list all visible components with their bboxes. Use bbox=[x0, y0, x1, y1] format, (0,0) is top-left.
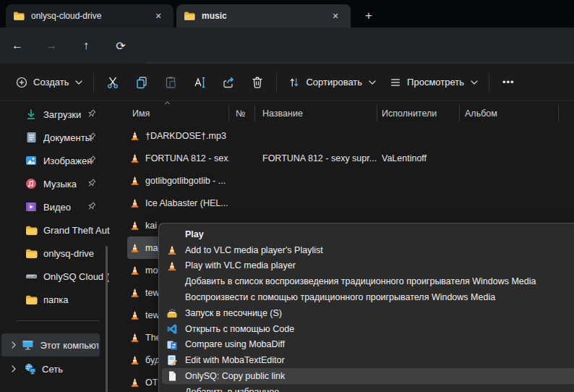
menu-item-label: Play with VLC media player bbox=[185, 260, 296, 270]
share-button[interactable] bbox=[214, 69, 243, 95]
menu-item-play[interactable]: Play bbox=[159, 226, 574, 242]
vlc-cone-icon bbox=[166, 260, 178, 272]
menu-item-run-in-sandbox[interactable]: Запуск в песочнице (S) bbox=[159, 305, 574, 321]
sort-button[interactable]: Сортировать bbox=[281, 69, 382, 95]
chevron-down-icon bbox=[75, 80, 82, 85]
pin-icon bbox=[86, 178, 97, 189]
vlc-file-icon bbox=[129, 153, 140, 164]
menu-item-label: Запуск в песочнице (S) bbox=[185, 308, 282, 318]
sidebar-item-downloads[interactable]: Загрузки bbox=[0, 103, 110, 126]
vlc-file-icon bbox=[129, 175, 140, 187]
column-header-album[interactable]: Альбом bbox=[460, 105, 559, 122]
menu-item-add-to-vlc-playlist[interactable]: Add to VLC media player's Playlist bbox=[159, 242, 574, 258]
context-menu: Play Add to VLC media player's Playlist … bbox=[158, 223, 574, 392]
menu-item-compare-mobadiff[interactable]: Compare using MobaDiff bbox=[159, 337, 574, 353]
sidebar-item-label: Видео bbox=[43, 202, 71, 213]
chevron-down-icon bbox=[471, 80, 478, 85]
sidebar-item-documents[interactable]: Документы bbox=[0, 126, 110, 149]
tab-music[interactable]: music ✕ bbox=[176, 4, 351, 27]
new-tab-button[interactable]: + bbox=[359, 7, 379, 25]
sidebar-item-label: Этот компьютер bbox=[40, 340, 98, 351]
tab-label: onlysq-cloud-drive bbox=[31, 11, 150, 21]
cut-icon bbox=[106, 75, 120, 90]
sidebar-item-grand-theft-aut[interactable]: Grand Theft Aut bbox=[0, 218, 110, 242]
forward-button[interactable]: → bbox=[40, 34, 63, 57]
video-icon bbox=[25, 200, 38, 213]
refresh-button[interactable]: ⟳ bbox=[109, 34, 132, 57]
up-button[interactable]: ↑ bbox=[74, 34, 98, 57]
copy-button[interactable] bbox=[127, 69, 156, 95]
folder-icon bbox=[25, 223, 38, 237]
sidebar-item-label: Загрузки bbox=[43, 109, 81, 120]
menu-item-label: Воспроизвести с помощью традиционного пр… bbox=[185, 292, 495, 302]
pin-icon bbox=[86, 108, 97, 119]
mobadiff-icon bbox=[166, 339, 178, 351]
rename-button[interactable] bbox=[185, 69, 214, 95]
menu-item-onlysq-copy-public-link[interactable]: OnlySQ: Copy public link bbox=[162, 368, 574, 384]
create-label: Создать bbox=[33, 77, 69, 88]
share-icon bbox=[221, 75, 236, 90]
vlc-cone-icon bbox=[166, 244, 178, 256]
back-button[interactable]: ← bbox=[6, 34, 29, 57]
create-button[interactable]: Создать bbox=[9, 69, 89, 95]
column-header-row: Имя № Название Исполнители Альбом bbox=[127, 105, 559, 122]
close-tab-icon[interactable]: ✕ bbox=[150, 8, 166, 24]
sidebar-item-pictures[interactable]: Изображения bbox=[0, 149, 110, 172]
sort-ascending-icon bbox=[164, 101, 171, 105]
menu-item-add-to-favorites[interactable]: Добавить в избранное bbox=[159, 384, 574, 392]
copy-icon bbox=[134, 75, 149, 90]
paste-button[interactable] bbox=[156, 69, 185, 95]
column-header-name[interactable]: Имя bbox=[127, 105, 229, 122]
menu-item-play-with-vlc[interactable]: Play with VLC media player bbox=[159, 258, 574, 274]
menu-item-edit-mobatexteditor[interactable]: Edit with MobaTextEditor bbox=[159, 352, 574, 368]
more-options-button[interactable]: ••• bbox=[494, 77, 523, 88]
toolbar-divider bbox=[489, 73, 489, 92]
sidebar: Загрузки Документы Изображения Музыка bbox=[0, 103, 110, 311]
sidebar-item-label: Документы bbox=[43, 132, 92, 143]
sidebar-item-label: Изображения bbox=[43, 155, 93, 166]
file-row[interactable]: †DARKDOSE†.mp3 bbox=[127, 124, 559, 147]
tab-onlysq-cloud-drive[interactable]: onlysq-cloud-drive ✕ bbox=[6, 4, 174, 27]
cut-button[interactable] bbox=[98, 69, 127, 95]
folder-icon bbox=[184, 11, 195, 21]
file-row[interactable]: FORTUNA 812 - sex... FORTUNA 812 - sexy … bbox=[127, 147, 559, 169]
sidebar-item-papka[interactable]: папка bbox=[0, 288, 110, 311]
sidebar-scrollbar[interactable] bbox=[106, 246, 108, 392]
menu-item-label: Добавить в список воспроизведения традиц… bbox=[185, 276, 536, 286]
sidebar-item-label: OnlySQ Cloud ( bbox=[43, 271, 109, 282]
menu-item-label: Add to VLC media player's Playlist bbox=[185, 245, 323, 255]
vscode-icon bbox=[166, 323, 178, 335]
sidebar-item-music[interactable]: Музыка bbox=[0, 172, 110, 195]
plus-circle-icon bbox=[15, 76, 28, 89]
menu-item-add-to-wmp-playlist[interactable]: Добавить в список воспроизведения традиц… bbox=[159, 273, 574, 289]
pictures-icon bbox=[25, 154, 38, 167]
chevron-right-icon bbox=[6, 341, 22, 349]
command-toolbar: Создать bbox=[0, 64, 574, 101]
delete-button[interactable] bbox=[243, 69, 272, 95]
sidebar-item-onlysq-cloud[interactable]: OnlySQ Cloud ( bbox=[0, 265, 110, 288]
sidebar-item-videos[interactable]: Видео bbox=[0, 195, 110, 218]
column-header-number[interactable]: № bbox=[229, 105, 255, 122]
sidebar-item-network[interactable]: Сеть bbox=[0, 357, 110, 380]
pin-icon bbox=[86, 201, 97, 212]
column-header-title[interactable]: Название bbox=[255, 105, 377, 122]
file-row[interactable]: gotlibgotlibgotlib - ... bbox=[127, 169, 559, 192]
chevron-down-icon bbox=[369, 80, 376, 85]
file-row[interactable]: Ice Alabaster (HEL... bbox=[127, 192, 559, 214]
file-name: gotlibgotlibgotlib - ... bbox=[145, 176, 226, 186]
menu-item-label: Добавить в избранное bbox=[185, 387, 279, 392]
column-header-artists[interactable]: Исполнители bbox=[377, 105, 460, 122]
close-tab-icon[interactable]: ✕ bbox=[327, 8, 343, 24]
file-artists: VaLentinoff bbox=[377, 153, 460, 163]
sidebar-item-this-pc[interactable]: Этот компьютер bbox=[1, 333, 100, 357]
vlc-file-icon bbox=[129, 197, 140, 209]
menu-item-play-with-wmp[interactable]: Воспроизвести с помощью традиционного пр… bbox=[159, 289, 574, 305]
view-button[interactable]: Просмотреть bbox=[382, 69, 484, 95]
network-icon bbox=[23, 362, 36, 375]
menu-item-open-with-code[interactable]: Открыть с помощью Code bbox=[159, 321, 574, 337]
toolbar-divider bbox=[93, 73, 94, 92]
sidebar-item-onlysq-drive[interactable]: onlysq-drive bbox=[0, 242, 110, 265]
vlc-file-icon bbox=[129, 332, 140, 344]
vlc-file-icon bbox=[129, 220, 140, 231]
file-name: Ice Alabaster (HEL... bbox=[145, 198, 228, 208]
